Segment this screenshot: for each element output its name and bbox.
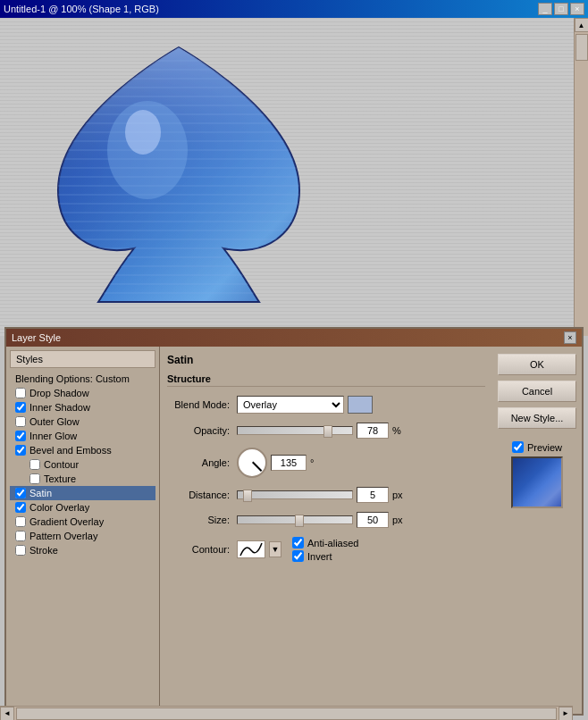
scroll-thumb[interactable] <box>575 34 588 61</box>
distance-input[interactable] <box>357 487 389 503</box>
scroll-right-btn[interactable]: ► <box>559 707 573 721</box>
maximize-button[interactable]: □ <box>554 3 568 15</box>
main-panel: Satin Structure Blend Mode: Overlay Norm… <box>160 347 492 714</box>
bevel-emboss-checkbox[interactable] <box>15 445 26 456</box>
outer-glow-checkbox[interactable] <box>15 416 26 427</box>
section-title: Satin <box>167 354 485 366</box>
contour-label: Contour: <box>167 544 230 555</box>
distance-unit: px <box>392 490 403 500</box>
angle-row: Angle: ° <box>167 448 485 478</box>
inner-shadow-checkbox[interactable] <box>15 402 26 413</box>
opacity-input[interactable] <box>357 423 389 439</box>
title-bar-left: Untitled-1 @ 100% (Shape 1, RGB) <box>4 4 159 14</box>
invert-checkbox[interactable] <box>292 550 304 562</box>
bevel-emboss-label: Bevel and Emboss <box>29 445 112 456</box>
contour-curve-svg <box>239 541 264 557</box>
anti-aliased-row: Anti-aliased <box>292 537 358 548</box>
outer-glow-item[interactable]: Outer Glow <box>10 414 155 429</box>
minimize-button[interactable]: _ <box>538 3 552 15</box>
color-overlay-label: Color Overlay <box>29 502 89 513</box>
opacity-unit: % <box>392 425 401 436</box>
left-panel: Styles Blending Options: Custom Drop Sha… <box>6 347 160 714</box>
angle-input[interactable] <box>271 455 307 471</box>
h-scroll-thumb[interactable] <box>16 707 557 720</box>
contour-label: Contour <box>44 459 79 470</box>
invert-label: Invert <box>307 551 332 562</box>
inner-shadow-item[interactable]: Inner Shadow <box>10 400 155 414</box>
stroke-label: Stroke <box>29 545 58 556</box>
pattern-overlay-item[interactable]: Pattern Overlay <box>10 529 155 543</box>
buttons-column: OK Cancel New Style... Preview <box>492 347 582 714</box>
gradient-overlay-checkbox[interactable] <box>15 516 26 527</box>
blend-mode-label: Blend Mode: <box>167 399 230 410</box>
contour-checkboxes: Anti-aliased Invert <box>292 537 358 562</box>
structure-subtitle: Structure <box>167 373 485 387</box>
opacity-slider[interactable] <box>237 426 353 435</box>
ok-button[interactable]: OK <box>498 354 576 375</box>
anti-aliased-label: Anti-aliased <box>307 538 358 548</box>
opacity-label: Opacity: <box>167 425 230 436</box>
blending-options-item[interactable]: Blending Options: Custom <box>10 372 155 386</box>
contour-item[interactable]: Contour <box>10 457 155 472</box>
inner-shadow-label: Inner Shadow <box>29 402 90 413</box>
color-overlay-item[interactable]: Color Overlay <box>10 500 155 515</box>
canvas-scrollbar-h[interactable]: ◄ ► <box>0 706 573 720</box>
canvas-scrollbar-v[interactable]: ▲ <box>574 18 588 336</box>
preview-box <box>511 456 563 508</box>
new-style-button[interactable]: New Style... <box>498 407 576 429</box>
outer-glow-label: Outer Glow <box>29 416 80 427</box>
pattern-overlay-checkbox[interactable] <box>15 531 26 541</box>
gradient-overlay-item[interactable]: Gradient Overlay <box>10 515 155 529</box>
satin-checkbox[interactable] <box>15 488 26 498</box>
contour-row: Contour: ▼ Anti-aliased Invert <box>167 537 485 562</box>
anti-aliased-checkbox[interactable] <box>292 537 304 548</box>
spade-container <box>45 45 313 304</box>
drop-shadow-checkbox[interactable] <box>15 388 26 398</box>
bevel-emboss-item[interactable]: Bevel and Emboss <box>10 443 155 457</box>
blending-options-label: Blending Options: Custom <box>15 373 130 384</box>
contour-dropdown-btn[interactable]: ▼ <box>269 541 281 557</box>
cancel-button[interactable]: Cancel <box>498 381 576 402</box>
satin-item[interactable]: Satin <box>10 486 155 500</box>
blend-color-swatch[interactable] <box>348 396 373 414</box>
inner-glow-label: Inner Glow <box>29 431 77 441</box>
angle-label: Angle: <box>167 457 230 468</box>
inner-glow-item[interactable]: Inner Glow <box>10 429 155 443</box>
preview-checkbox[interactable] <box>512 441 524 453</box>
contour-preview[interactable] <box>237 540 265 558</box>
preview-row: Preview <box>512 441 562 453</box>
distance-row: Distance: px <box>167 487 485 503</box>
size-row: Size: px <box>167 512 485 528</box>
texture-checkbox[interactable] <box>29 473 40 484</box>
size-slider[interactable] <box>237 515 353 524</box>
styles-header[interactable]: Styles <box>10 350 155 368</box>
size-unit: px <box>392 515 403 525</box>
color-overlay-checkbox[interactable] <box>15 502 26 513</box>
dialog-close-button[interactable]: × <box>564 331 576 344</box>
distance-slider[interactable] <box>237 490 353 499</box>
stroke-checkbox[interactable] <box>15 545 26 556</box>
layer-style-dialog: Layer Style × Styles Blending Options: C… <box>4 327 584 716</box>
distance-thumb[interactable] <box>243 490 252 502</box>
gradient-overlay-label: Gradient Overlay <box>29 516 104 527</box>
satin-label: Satin <box>29 488 52 498</box>
inner-glow-checkbox[interactable] <box>15 431 26 441</box>
dialog-title-bar: Layer Style × <box>6 329 582 347</box>
close-button[interactable]: × <box>570 3 584 15</box>
scroll-left-btn[interactable]: ◄ <box>0 707 14 721</box>
blend-mode-select[interactable]: Overlay Normal Multiply Screen <box>237 396 344 414</box>
opacity-thumb[interactable] <box>323 425 332 438</box>
angle-dial[interactable] <box>237 448 267 478</box>
spade-svg <box>49 43 308 306</box>
app-title: Untitled-1 @ 100% (Shape 1, RGB) <box>4 4 159 14</box>
size-input[interactable] <box>357 512 389 528</box>
scroll-up-btn[interactable]: ▲ <box>575 18 589 32</box>
degree-symbol: ° <box>310 457 314 468</box>
title-bar-buttons: _ □ × <box>538 3 584 15</box>
preview-area: Preview <box>511 441 563 508</box>
stroke-item[interactable]: Stroke <box>10 543 155 557</box>
contour-checkbox[interactable] <box>29 459 40 470</box>
size-thumb[interactable] <box>295 515 304 527</box>
texture-item[interactable]: Texture <box>10 472 155 486</box>
drop-shadow-item[interactable]: Drop Shadow <box>10 386 155 400</box>
